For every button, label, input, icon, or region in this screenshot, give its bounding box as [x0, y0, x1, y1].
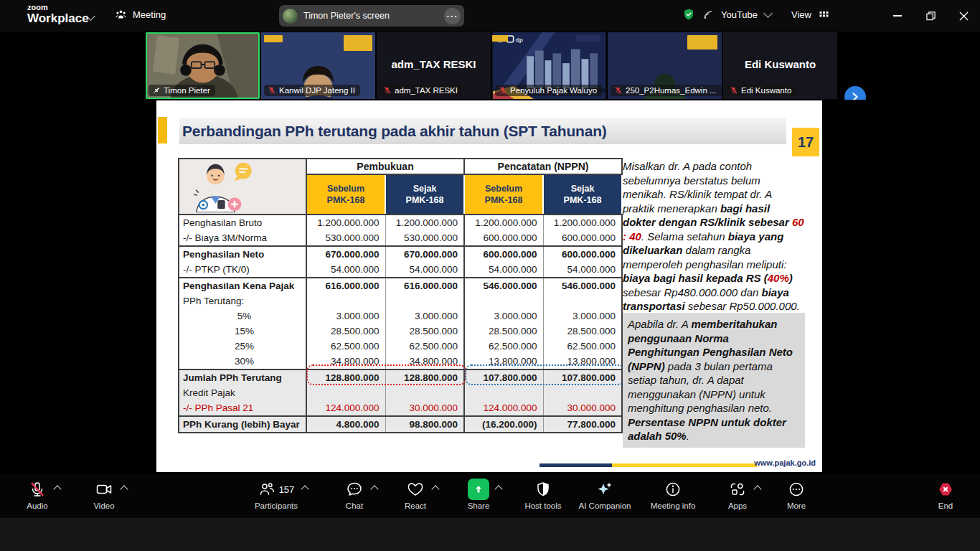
end-label: End	[913, 501, 979, 510]
heart-icon	[407, 481, 424, 498]
table-cell: 546.000.000	[543, 278, 622, 293]
participant-display-name: adm_TAX RESKI	[377, 58, 491, 70]
table-cell: 98.800.000	[385, 416, 464, 433]
table-cell: 1.200.000.000	[385, 215, 464, 230]
participants-button[interactable]: 157 Participants	[237, 479, 316, 510]
table-cell	[543, 293, 622, 309]
end-meeting-icon	[936, 481, 955, 498]
participant-name-pill: Timon Pieter	[149, 85, 215, 96]
table-row-label: -/- Biaya 3M/Norma	[179, 230, 306, 246]
more-ellipsis-icon	[788, 481, 805, 498]
table-row: 5%3.000.0003.000.0003.000.0003.000.000	[179, 309, 622, 324]
tab-meeting[interactable]: Meeting	[115, 9, 166, 21]
presentation-slide: Perbandingan PPh terutang pada akhir tah…	[156, 100, 822, 472]
share-pill-label: Timon Pieter's screen	[303, 11, 438, 21]
video-button[interactable]: Video	[71, 479, 137, 510]
video-tile-timon-pieter[interactable]: Timon Pieter	[146, 32, 260, 99]
table-cell: 1.200.000.000	[543, 215, 622, 230]
pin-icon	[152, 86, 161, 95]
slide-note-2: Apabila dr. A memberitahukan penggunaan …	[623, 313, 805, 448]
table-cell: 34.800.000	[385, 354, 464, 369]
participant-name-pill: adm_TAX RESKI	[380, 85, 463, 96]
table-col-header: Sebelum PMK-168	[464, 174, 543, 215]
table-cell: 124.000.000	[306, 400, 385, 416]
table-cell	[385, 293, 464, 309]
chat-label: Chat	[321, 501, 387, 510]
mic-muted-icon	[29, 481, 46, 498]
apps-icon	[729, 481, 746, 498]
table-cell: 600.000.000	[543, 230, 622, 246]
view-button[interactable]: View	[791, 9, 811, 20]
table-cell: 616.000.000	[306, 278, 385, 293]
audio-button[interactable]: Audio	[4, 479, 70, 510]
table-row-label: -/- PPh Pasal 21	[179, 400, 306, 416]
mic-muted-icon	[730, 86, 738, 95]
table-row: Jumlah PPh Terutang128.800.000128.800.00…	[179, 369, 622, 385]
youtube-label[interactable]: YouTube	[721, 9, 758, 20]
screen-share-pill[interactable]: Timon Pieter's screen ···	[279, 5, 464, 27]
table-cell: 530.000.000	[306, 230, 385, 246]
video-tile-adm-tax-reski[interactable]: adm_TAX RESKI adm_TAX RESKI	[377, 32, 491, 99]
participant-name-pill: Kanwil DJP Jateng II	[264, 85, 360, 96]
note-text-segment: Persentase NPPN untuk dokter adalah 50%	[628, 416, 786, 443]
video-tile-penyuluh-pajak[interactable]: djp Penyuluh Pajak Waluyo	[492, 32, 606, 99]
minimize-button[interactable]	[881, 0, 914, 32]
meeting-info-button[interactable]: Meeting info	[640, 479, 706, 510]
table-row-label: 30%	[179, 354, 306, 369]
video-tile-p2humas-edwin[interactable]: 250_P2Humas_Edwin ...	[608, 32, 722, 99]
audio-label: Audio	[4, 501, 70, 510]
table-cell: 34.800.000	[306, 354, 385, 369]
workplace-chevron-icon[interactable]	[88, 13, 94, 19]
table-row: -/- Biaya 3M/Norma530.000.000530.000.000…	[179, 230, 622, 246]
table-cell: 54.000.000	[464, 262, 543, 278]
slide-title: Perbandingan PPh terutang pada akhir tah…	[179, 118, 786, 144]
table-row-label: -/- PTKP (TK/0)	[179, 262, 306, 278]
video-tile-edi-kuswanto[interactable]: Edi Kuswanto Edi Kuswanto	[723, 32, 837, 99]
apps-button[interactable]: Apps	[705, 479, 771, 510]
youtube-chevron-icon[interactable]	[763, 9, 773, 18]
more-label: More	[763, 501, 829, 510]
host-tools-button[interactable]: Host tools	[510, 479, 576, 510]
corner-badge	[344, 35, 372, 51]
close-button[interactable]	[947, 0, 980, 32]
share-button[interactable]: Share	[446, 479, 512, 510]
table-col-header: Sejak PMK-168	[385, 174, 464, 215]
share-options-ellipsis-button[interactable]: ···	[444, 8, 461, 24]
corner-badge	[687, 35, 717, 50]
shield-icon	[534, 481, 552, 498]
participant-display-name: Edi Kuswanto	[723, 58, 837, 70]
table-cell: 600.000.000	[464, 230, 543, 246]
more-button[interactable]: More	[763, 479, 829, 510]
footer-bar-navy	[540, 463, 612, 467]
table-row: Penghasilan Kena Pajak616.000.000616.000…	[179, 278, 622, 293]
table-group-header-row: PembukuanPencatatan (NPPN)	[179, 159, 622, 174]
table-cell: 54.000.000	[385, 262, 464, 278]
table-cell: 128.800.000	[385, 369, 464, 385]
corner-badge	[492, 35, 508, 42]
share-label: Share	[446, 501, 512, 510]
mic-muted-icon	[499, 86, 507, 95]
table-cell	[306, 385, 385, 400]
end-button[interactable]: End	[913, 479, 979, 510]
react-button[interactable]: React	[382, 479, 448, 510]
restore-button[interactable]	[914, 0, 947, 32]
table-row: 15%28.500.00028.500.00028.500.00028.500.…	[179, 324, 622, 339]
table-cell: 54.000.000	[543, 262, 622, 278]
table-row: PPh Kurang (lebih) Bayar4.800.00098.800.…	[179, 416, 622, 433]
table-row-label: Kredit Pajak	[179, 385, 306, 400]
table-row-label: Penghasilan Neto	[179, 246, 306, 262]
participants-count: 157	[279, 484, 295, 495]
table-cell: 62.500.000	[543, 339, 622, 354]
table-row-label: 5%	[179, 309, 306, 324]
ai-companion-button[interactable]: AI Companion	[572, 479, 638, 510]
table-col-header: Sejak PMK-168	[543, 174, 622, 215]
table-cell: 670.000.000	[306, 246, 385, 262]
table-cell	[543, 385, 622, 400]
chat-button[interactable]: Chat	[321, 479, 387, 510]
participant-name-pill: 250_P2Humas_Edwin ...	[611, 85, 722, 96]
video-tile-kanwil-djp[interactable]: Kanwil DJP Jateng II	[261, 32, 375, 99]
host-tools-label: Host tools	[510, 501, 576, 510]
view-grid-icon	[819, 9, 829, 20]
table-col-header: Sebelum PMK-168	[306, 174, 385, 215]
participant-name-pill: Edi Kuswanto	[726, 85, 796, 96]
